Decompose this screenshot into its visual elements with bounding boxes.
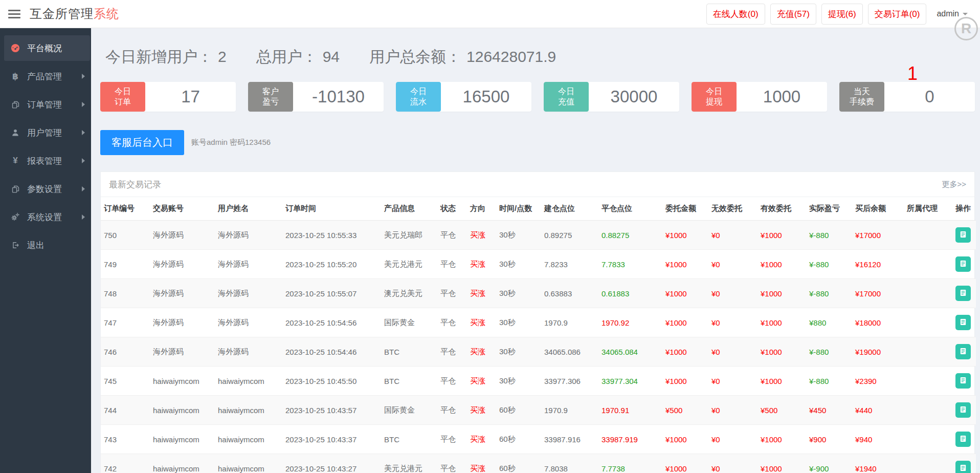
column-header-9: 平仓点位 (598, 197, 662, 221)
row-detail-button[interactable] (955, 256, 971, 272)
cell-product: 国际黄金 (381, 308, 437, 337)
row-detail-button[interactable] (955, 432, 971, 447)
cell-close-price: 34065.084 (598, 337, 662, 367)
cell-user-name: 海外源码 (215, 279, 282, 308)
cell-order-time: 2023-10-25 10:55:07 (282, 279, 381, 308)
cell-amount: ¥1000 (662, 425, 708, 454)
cell-user-name: haiwaiymcom (215, 396, 282, 425)
cell-product: BTC (381, 367, 437, 396)
form-icon (959, 435, 967, 444)
header-stat-button-3[interactable]: 交易订单(0) (868, 4, 927, 25)
cell-agent (904, 250, 952, 279)
cell-amount: ¥1000 (662, 221, 708, 250)
row-detail-button[interactable] (955, 373, 971, 389)
sidebar-item-label: 报表管理 (27, 155, 62, 167)
user-icon (10, 128, 20, 137)
cell-direction: 买涨 (467, 425, 496, 454)
cell-order-time: 2023-10-25 10:55:20 (282, 250, 381, 279)
column-header-11: 无效委托 (708, 197, 758, 221)
cell-profit: ¥-880 (806, 250, 852, 279)
sidebar-item-0[interactable]: 平台概况 (4, 35, 90, 61)
row-detail-button[interactable] (955, 402, 971, 418)
stat-card-label: 今日提现 (692, 82, 737, 112)
row-detail-button[interactable] (955, 344, 971, 359)
column-header-0: 订单编号 (101, 197, 150, 221)
cell-profit: ¥880 (806, 308, 852, 337)
stat-card-2: 今日流水16500 (396, 82, 531, 112)
cell-invalid: ¥0 (708, 308, 758, 337)
more-link[interactable]: 更多>> (942, 180, 966, 189)
row-detail-button[interactable] (955, 286, 971, 301)
cell-profit: ¥450 (806, 396, 852, 425)
row-detail-button[interactable] (955, 461, 971, 473)
summary-label: 今日新增用户： (105, 47, 213, 68)
service-credentials-hint: 账号admin 密码123456 (191, 138, 271, 147)
cell-close-price: 0.61883 (598, 279, 662, 308)
cell-order-time: 2023-10-25 10:43:57 (282, 396, 381, 425)
summary-label: 用户总余额： (369, 47, 461, 68)
stat-card-label: 今日流水 (396, 82, 441, 112)
cell-profit: ¥-900 (806, 454, 852, 473)
table-row: 745haiwaiymcomhaiwaiymcom2023-10-25 10:4… (101, 367, 976, 396)
sidebar-item-label: 退出 (27, 240, 44, 251)
cell-close-price: 7.7833 (598, 250, 662, 279)
header-left: 互金所管理系统 (0, 6, 119, 22)
header-stat-button-1[interactable]: 充值(57) (770, 4, 816, 25)
sidebar-item-7[interactable]: 退出 (0, 232, 91, 258)
cell-order-id: 748 (101, 279, 150, 308)
cell-action (952, 337, 976, 367)
header-stat-button-0[interactable]: 在线人数(0) (706, 4, 765, 25)
cell-balance: ¥17000 (852, 221, 904, 250)
cell-invalid: ¥0 (708, 396, 758, 425)
sidebar-item-5[interactable]: 参数设置 (0, 176, 91, 202)
cell-close-price: 1970.92 (598, 308, 662, 337)
column-header-3: 订单时间 (282, 197, 381, 221)
cell-account: 海外源码 (150, 221, 215, 250)
cell-agent (904, 396, 952, 425)
admin-username: admin (937, 9, 959, 18)
table-row: 747海外源码海外源码2023-10-25 10:54:56国际黄金平仓买涨30… (101, 308, 976, 337)
brand-primary: 互金所管理 (30, 7, 94, 20)
cell-order-id: 750 (101, 221, 150, 250)
summary-value: 94 (323, 48, 340, 66)
cell-open-price: 7.8038 (541, 454, 598, 473)
column-header-13: 实际盈亏 (806, 197, 852, 221)
cell-order-id: 749 (101, 250, 150, 279)
header-stats-buttons: 在线人数(0)充值(57)提现(6)交易订单(0) admin (706, 4, 980, 25)
column-header-15: 所属代理 (904, 197, 952, 221)
form-icon (959, 230, 967, 240)
cell-amount: ¥1000 (662, 279, 708, 308)
sidebar-item-1[interactable]: ฿产品管理 (0, 63, 91, 89)
cell-invalid: ¥0 (708, 425, 758, 454)
cell-status: 平仓 (437, 425, 467, 454)
cell-agent (904, 337, 952, 367)
cell-close-price: 1970.91 (598, 396, 662, 425)
cell-product: 美元兑瑞郎 (381, 221, 437, 250)
cell-direction: 买涨 (467, 279, 496, 308)
stat-card-label: 当天手续费 (839, 82, 884, 112)
cell-account: 海外源码 (150, 337, 215, 367)
sidebar-item-6[interactable]: 系统设置 (0, 204, 91, 230)
top-header: 互金所管理系统 在线人数(0)充值(57)提现(6)交易订单(0) admin (0, 0, 980, 28)
brand-accent: 系统 (94, 7, 119, 20)
sidebar-item-label: 订单管理 (27, 99, 62, 111)
menu-toggle-icon[interactable] (8, 10, 20, 18)
sidebar: 平台概况฿产品管理订单管理用户管理¥报表管理参数设置系统设置退出 (0, 28, 91, 473)
sidebar-item-3[interactable]: 用户管理 (0, 120, 91, 145)
sidebar-item-2[interactable]: 订单管理 (0, 92, 91, 117)
cell-product: 澳元兑美元 (381, 279, 437, 308)
stat-card-value: 1000 (737, 82, 827, 112)
files-icon (10, 185, 20, 193)
cell-product: 美元兑港元 (381, 250, 437, 279)
cell-status: 平仓 (437, 337, 467, 367)
cell-valid: ¥1000 (758, 308, 806, 337)
sidebar-item-4[interactable]: ¥报表管理 (0, 148, 91, 174)
cell-invalid: ¥0 (708, 279, 758, 308)
row-detail-button[interactable] (955, 227, 971, 243)
table-row: 743haiwaiymcomhaiwaiymcom2023-10-25 10:4… (101, 425, 976, 454)
header-stat-button-2[interactable]: 提现(6) (821, 4, 863, 25)
service-portal-button[interactable]: 客服后台入口 (100, 130, 184, 155)
table-row: 742haiwaiymcomhaiwaiymcom2023-10-25 10:4… (101, 454, 976, 473)
cell-duration: 30秒 (496, 337, 541, 367)
row-detail-button[interactable] (955, 315, 971, 330)
